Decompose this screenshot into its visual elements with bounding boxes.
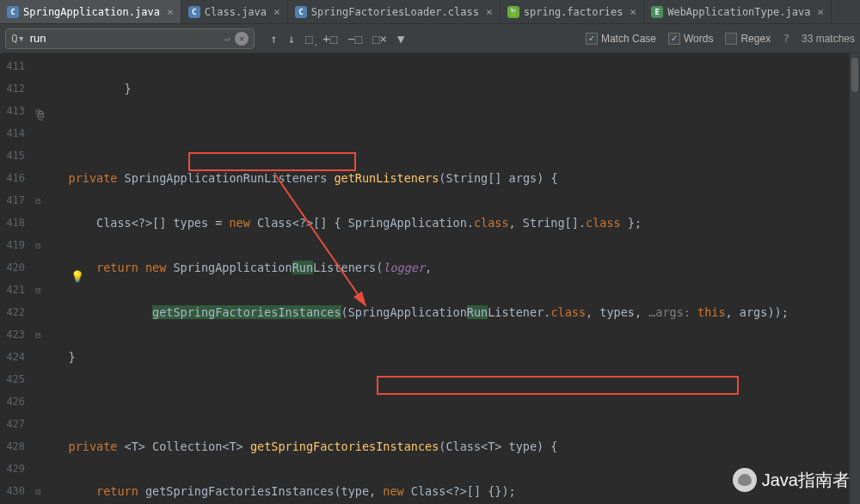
tab-label: Class.java (205, 6, 267, 18)
next-match-button[interactable]: ↓ (287, 32, 294, 46)
tab-spring-application[interactable]: C SpringApplication.java × (0, 0, 181, 23)
tab-label: SpringApplication.java (23, 6, 160, 18)
prev-match-button[interactable]: ↑ (270, 32, 277, 46)
search-input[interactable] (30, 32, 219, 45)
tab-springfactoriesloader[interactable]: C SpringFactoriesLoader.class × (288, 0, 501, 23)
tab-label: SpringFactoriesLoader.class (311, 6, 479, 18)
code-area[interactable]: } private SpringApplicationRunListeners … (43, 53, 860, 504)
class-icon: C (7, 6, 19, 18)
class-icon: C (188, 6, 200, 18)
add-selection-button[interactable]: +⬚ (322, 32, 337, 46)
fold-end-icon[interactable]: ⊟ (34, 480, 42, 502)
vertical-scrollbar[interactable] (850, 53, 860, 504)
enum-icon: E (651, 6, 663, 18)
clear-search-button[interactable]: ✕ (235, 32, 249, 46)
tab-spring-factories[interactable]: 🍃 spring.factories × (501, 0, 644, 23)
search-input-wrap: Q▾ ↵ ✕ (5, 28, 255, 49)
close-icon[interactable]: × (817, 5, 824, 18)
words-checkbox[interactable]: ✓Words (668, 33, 713, 45)
tab-label: spring.factories (524, 6, 624, 18)
search-icon[interactable]: Q▾ (11, 32, 25, 45)
fold-start-icon[interactable]: ⊟ (34, 234, 42, 256)
code-editor[interactable]: 411 412 413@ 414 415 416 417 418 419 420… (0, 53, 860, 504)
close-icon[interactable]: × (167, 5, 174, 18)
tab-webapplicationtype[interactable]: E WebApplicationType.java × (644, 0, 832, 23)
enter-hint: ↵ (224, 34, 230, 43)
match-count: 33 matches (802, 33, 855, 45)
watermark: Java指南者 (733, 468, 850, 492)
search-bar: Q▾ ↵ ✕ ↑ ↓ ⬚̣ +⬚ −⬚ ⬚× ▼ ✓Match Case ✓Wo… (0, 24, 860, 53)
close-icon[interactable]: × (273, 5, 280, 18)
search-nav: ↑ ↓ ⬚̣ +⬚ −⬚ ⬚× ▼ (270, 32, 404, 46)
editor-tabs: C SpringApplication.java × C Class.java … (0, 0, 860, 24)
fold-end-icon[interactable]: ⊟ (34, 279, 42, 301)
match-case-checkbox[interactable]: ✓Match Case (586, 33, 656, 45)
select-all-button[interactable]: ⬚̣ (305, 32, 312, 46)
leaf-icon: 🍃 (507, 6, 519, 18)
close-icon[interactable]: × (630, 5, 636, 18)
wechat-icon (733, 468, 757, 492)
help-icon[interactable]: ? (783, 32, 789, 45)
class-icon: C (295, 6, 307, 18)
filter-button[interactable]: ▼ (397, 32, 404, 46)
tab-label: WebApplicationType.java (667, 6, 810, 18)
remove-selection-button[interactable]: −⬚ (347, 32, 362, 46)
fold-end-icon[interactable]: ⊟ (34, 189, 42, 212)
line-number-gutter: 411 412 413@ 414 415 416 417 418 419 420… (0, 53, 34, 504)
regex-checkbox[interactable]: Regex (725, 33, 771, 45)
fold-start-icon[interactable]: ⊟ (34, 323, 42, 346)
scroll-thumb[interactable] (851, 58, 858, 92)
close-icon[interactable]: × (486, 5, 493, 18)
toggle-selection-button[interactable]: ⬚× (372, 32, 387, 46)
tab-class-java[interactable]: C Class.java × (181, 0, 288, 23)
